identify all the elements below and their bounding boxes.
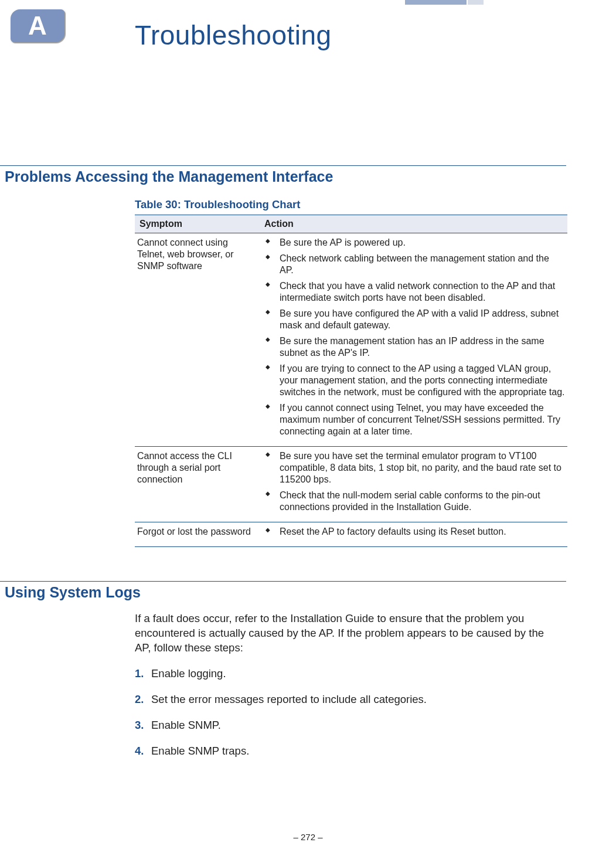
- section-divider: [0, 581, 566, 582]
- troubleshooting-table: Symptom Action Cannot connect using Teln…: [135, 215, 567, 547]
- section-heading: Problems Accessing the Management Interf…: [5, 168, 566, 185]
- step-text: Enable logging.: [151, 667, 226, 680]
- intro-paragraph: If a fault does occur, refer to the Inst…: [135, 612, 557, 655]
- step-text: Enable SNMP.: [151, 719, 221, 732]
- section-heading: Using System Logs: [5, 584, 566, 601]
- step-text: Set the error messages reported to inclu…: [151, 693, 427, 706]
- page-title: Troubleshooting: [135, 19, 566, 51]
- table-row: Forgot or lost the password Reset the AP…: [135, 522, 567, 547]
- page: A Troubleshooting Problems Accessing the…: [0, 0, 616, 856]
- action-item: Be sure you have configured the AP with …: [262, 308, 565, 331]
- list-item: 2. Set the error messages reported to in…: [135, 693, 557, 706]
- section-problems-accessing: Problems Accessing the Management Interf…: [0, 165, 566, 547]
- appendix-letter: A: [28, 11, 47, 40]
- table-header-row: Symptom Action: [135, 215, 567, 233]
- action-item: Check that the null-modem serial cable c…: [262, 490, 565, 513]
- column-header-action: Action: [260, 215, 567, 233]
- section-divider: [0, 165, 566, 166]
- step-number: 1.: [135, 667, 151, 680]
- table-row: Cannot access the CLI through a serial p…: [135, 447, 567, 522]
- table-title: Table 30: Troubleshooting Chart: [135, 198, 566, 211]
- action-item: If you are trying to connect to the AP u…: [262, 363, 565, 398]
- action-item: Reset the AP to factory defaults using i…: [262, 526, 565, 538]
- header-accent-bar-light: [468, 0, 484, 5]
- header-accent-bar: [405, 0, 467, 5]
- appendix-badge: A: [11, 9, 64, 42]
- table-row: Cannot connect using Telnet, web browser…: [135, 233, 567, 447]
- page-footer: – 272 –: [0, 832, 616, 842]
- action-item: Be sure the AP is powered up.: [262, 237, 565, 249]
- section-using-system-logs: Using System Logs If a fault does occur,…: [0, 581, 566, 758]
- action-cell: Be sure you have set the terminal emulat…: [260, 447, 567, 522]
- symptom-cell: Forgot or lost the password: [135, 522, 260, 547]
- column-header-symptom: Symptom: [135, 215, 260, 233]
- body-column: If a fault does occur, refer to the Inst…: [135, 612, 557, 758]
- action-item: If you cannot connect using Telnet, you …: [262, 402, 565, 437]
- symptom-cell: Cannot access the CLI through a serial p…: [135, 447, 260, 522]
- symptom-cell: Cannot connect using Telnet, web browser…: [135, 233, 260, 447]
- step-number: 2.: [135, 693, 151, 706]
- action-cell: Reset the AP to factory defaults using i…: [260, 522, 567, 547]
- list-item: 3. Enable SNMP.: [135, 719, 557, 732]
- step-text: Enable SNMP traps.: [151, 745, 249, 758]
- step-number: 4.: [135, 745, 151, 758]
- steps-list: 1. Enable logging. 2. Set the error mess…: [135, 667, 557, 758]
- list-item: 1. Enable logging.: [135, 667, 557, 680]
- step-number: 3.: [135, 719, 151, 732]
- list-item: 4. Enable SNMP traps.: [135, 745, 557, 758]
- action-item: Check that you have a valid network conn…: [262, 280, 565, 304]
- action-item: Be sure you have set the terminal emulat…: [262, 450, 565, 485]
- action-item: Check network cabling between the manage…: [262, 253, 565, 276]
- action-cell: Be sure the AP is powered up. Check netw…: [260, 233, 567, 447]
- action-item: Be sure the management station has an IP…: [262, 335, 565, 359]
